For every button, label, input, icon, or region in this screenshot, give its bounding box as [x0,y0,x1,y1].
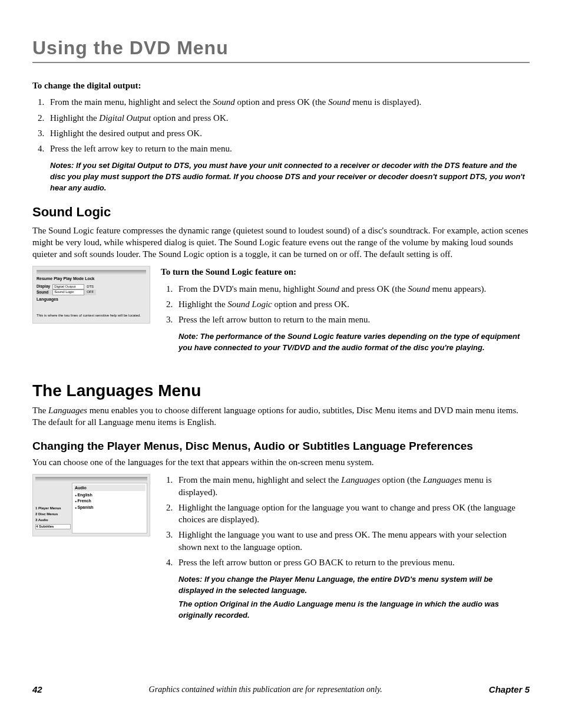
text: option and press OK. [151,113,228,123]
text-italic: Languages [48,406,87,415]
changing-prefs-heading: Changing the Player Menus, Disc Menus, A… [32,439,530,454]
chapter-title: Using the DVD Menu [32,35,530,63]
lang-panel-header: Audio [74,485,146,491]
digital-output-steps: From the main menu, highlight and select… [32,96,530,154]
sound-logic-intro: The Sound Logic feature compresses the d… [32,225,530,261]
digital-output-button: Digital Output [52,284,84,290]
step-3: Press the left arrow button to return to… [175,314,530,325]
digital-output-heading: To change the digital output: [32,80,530,91]
text: menu is displayed). [351,97,422,107]
text: The [32,406,48,415]
step-3: Highlight the language you want to use a… [175,529,530,553]
menu-item-display: Display [37,284,52,290]
sound-logic-button: Sound Logic [52,289,84,295]
step-1: From the main menu, highlight and select… [175,474,530,498]
changing-prefs-note-1: Notes: If you change the Player Menu Lan… [178,574,530,597]
text-italic: Sound [328,97,351,107]
lang-option-french: French [75,498,146,503]
text-italic: Languages [341,475,380,485]
text-italic: Languages [423,475,462,485]
text-italic: Sound Logic [227,299,272,309]
languages-menu-heading: The Languages Menu [32,380,530,402]
step-1: From the DVD's main menu, highlight Soun… [175,283,530,295]
step-3: Highlight the desired output and press O… [47,127,530,139]
changing-prefs-note-2: The option Original in the Audio Languag… [178,599,530,621]
menu-item-lock: Lock [85,276,94,281]
sound-logic-note: Note: The performance of the Sound Logic… [178,331,530,354]
menu-item-languages: Languages [37,297,58,302]
digital-output-note: Notes: If you set Digital Output to DTS,… [50,160,530,194]
text: option and press OK. [272,299,349,309]
text: From the main menu, highlight and select… [178,475,341,485]
sound-logic-steps: From the DVD's main menu, highlight Soun… [161,283,530,326]
languages-menu-intro: The Languages menu enables you to choose… [32,404,530,429]
context-help-text: This is where the two lines of context s… [37,314,146,318]
text: option (the [380,475,423,485]
lang-item-disc-menus: 2 Disc Menus [35,512,71,517]
text: option and press OK (the [235,97,328,107]
text-italic: Digital Output [99,113,151,123]
step-4: Press the left arrow key to return to th… [47,143,530,154]
text: Highlight the [50,113,99,123]
lang-option-english: English [75,492,146,498]
menu-item-playmode: Play Mode [64,276,84,281]
menu-item-sound: Sound [37,289,52,295]
sound-logic-value: OFF [87,289,96,295]
text: and press OK (the [339,284,408,294]
text: menu enables you to choose different lan… [32,406,518,427]
step-1: From the main menu, highlight and select… [47,96,530,108]
text: Highlight the [178,299,227,309]
text: From the DVD's main menu, highlight [178,284,318,294]
lang-item-subtitles: 4 Subtitles [35,524,71,530]
text-italic: Sound [213,97,235,107]
screenshot-sound-menu: Resume Play Play Mode Lock Display Digit… [32,266,150,324]
changing-prefs-steps: From the main menu, highlight and select… [161,474,530,568]
lang-option-spanish: Spanish [75,505,146,510]
step-2: Highlight the Digital Output option and … [47,112,530,124]
lang-item-audio: 3 Audio [35,518,71,523]
text: menu appears). [430,284,486,294]
sound-logic-heading: Sound Logic [32,203,530,221]
lang-item-player-menus: 1 Player Menus [35,506,71,511]
menu-item-resume: Resume Play [37,276,62,281]
step-2: Highlight the language option for the la… [175,502,530,526]
step-2: Highlight the Sound Logic option and pre… [175,298,530,310]
changing-prefs-intro: You can choose one of the languages for … [32,456,530,468]
step-4: Press the left arrow button or press GO … [175,556,530,568]
text-italic: Sound [408,284,430,294]
text-italic: Sound [318,284,340,294]
text: From the main menu, highlight and select… [50,97,213,107]
sound-logic-subhead: To turn the Sound Logic feature on: [161,266,530,278]
digital-output-value: DTS [87,284,96,290]
screenshot-languages-menu: 1 Player Menus 2 Disc Menus 3 Audio 4 Su… [32,474,150,536]
